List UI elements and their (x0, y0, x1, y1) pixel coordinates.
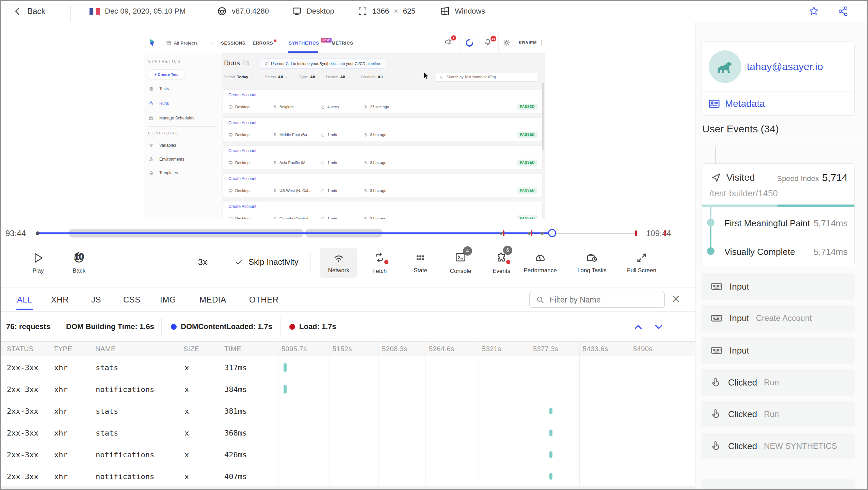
timeline-start-dot (36, 231, 39, 235)
share-button[interactable] (837, 1, 849, 22)
timer-icon (321, 161, 325, 165)
resolution-times: × (394, 7, 398, 16)
run-title-link: Create Account (228, 201, 256, 212)
app-search-input (446, 75, 535, 79)
chevron-left-icon (13, 6, 22, 16)
network-request-row[interactable]: 2xx-3xxxhrstatsx381ms (1, 401, 695, 421)
project-selector-label: All Projects (174, 40, 198, 46)
speed-index-value: 5,714 (822, 172, 848, 183)
horizontal-scrollbar[interactable] (1, 486, 695, 490)
close-panel-button[interactable]: × (672, 291, 680, 307)
network-tab-other[interactable]: OTHER (249, 288, 279, 311)
clipboard-icon (149, 86, 154, 91)
chevron-down-icon (250, 76, 253, 79)
network-request-row[interactable]: 2xx-3xxxhrnotificationsx407ms (1, 467, 695, 486)
calendar-icon (149, 116, 154, 120)
event-input[interactable]: InputCreate Account (702, 305, 855, 331)
panel-button-console[interactable]: 4 Console (442, 248, 479, 278)
event-clicked[interactable]: ClickedRun (702, 401, 855, 427)
gauge-icon (534, 252, 546, 264)
play-icon (32, 251, 45, 264)
notifications-badge: 33 (491, 36, 496, 42)
panel-button-events[interactable]: 6 Events (483, 248, 520, 278)
clock-icon (363, 133, 368, 137)
panel-button-fetch[interactable]: Fetch (361, 248, 398, 278)
panel-button-network[interactable]: Network (320, 248, 357, 278)
event-input[interactable]: Input (702, 273, 855, 300)
visited-event-card[interactable]: Visited Speed Index 5,714 /test-builder/… (702, 163, 855, 266)
back-10s-button[interactable]: Back (60, 248, 98, 278)
network-request-row[interactable]: 2xx-3xxxhrstatsx368ms (1, 423, 695, 443)
event-clicked[interactable]: ClickedNEW SYNTHETICS (702, 433, 855, 459)
monitor-icon (228, 133, 233, 137)
col-time: TIME (224, 342, 241, 356)
event-partial[interactable] (702, 479, 855, 490)
fullscreen-button[interactable]: Full Screen (623, 248, 660, 278)
app-scrollbar (542, 82, 544, 150)
event-connector (715, 147, 716, 163)
network-tab-media[interactable]: MEDIA (199, 288, 226, 311)
play-button[interactable]: Play (19, 248, 57, 278)
monitor-icon (228, 216, 233, 219)
replayed-app-screenshot: All Projects SESSIONS ERRORS SYNTHETICS … (144, 33, 545, 219)
network-request-row[interactable]: 2xx-3xxxhrnotificationsx384ms (1, 379, 695, 399)
app-user-menu: KRAIEM (519, 33, 537, 53)
network-tab-js[interactable]: JS (91, 288, 101, 311)
recorded-cursor-icon (422, 71, 431, 80)
back-button[interactable]: Back (13, 1, 45, 22)
share-icon (837, 5, 849, 17)
event-input[interactable]: Input (702, 337, 855, 364)
app-tab-synthetics: SYNTHETICS NEW (289, 33, 332, 53)
network-request-row[interactable]: 2xx-3xxxhrnotificationsx426ms (1, 445, 695, 464)
user-card: tahay@asayer.io Metadata (702, 42, 855, 116)
browser-icon (217, 6, 227, 16)
chevron-down-icon (385, 76, 388, 79)
rewind-10-icon (73, 251, 85, 264)
gear-icon (502, 38, 511, 47)
panel-button-state[interactable]: State (402, 248, 439, 278)
player-controls: Play Back 3x Skip Inactivity Network Fet… (1, 245, 695, 280)
network-filter-box[interactable] (529, 292, 665, 308)
skip-inactivity-toggle[interactable]: Skip Inactivity (235, 257, 299, 267)
network-request-row[interactable]: 2xx-3xxxhrstatsx317ms (1, 358, 695, 377)
alert-dot (384, 260, 388, 264)
app-sidebar-item-schedules: Manage Schedules (149, 116, 194, 120)
network-tab-all[interactable]: ALL (17, 288, 32, 311)
event-clicked[interactable]: ClickedRun (702, 369, 855, 396)
panel-button-performance[interactable]: Performance (521, 248, 559, 278)
network-tab-xhr[interactable]: XHR (51, 288, 69, 311)
user-email-link[interactable]: tahay@asayer.io (747, 61, 823, 72)
favorite-button[interactable] (808, 1, 820, 22)
cubes-icon (149, 143, 154, 148)
timeline-progress (37, 232, 552, 234)
jump-next-button[interactable] (653, 321, 664, 334)
network-tab-css[interactable]: CSS (123, 288, 141, 311)
network-stats-row: 76: requests DOM Building Time: 1.6s DOM… (1, 311, 695, 342)
status-badge: PASSED (517, 215, 537, 219)
network-filter-input[interactable] (549, 295, 653, 305)
playhead[interactable] (548, 229, 556, 237)
app-sidebar-item-tests: Tests (149, 86, 169, 91)
active-tab-underline (16, 309, 33, 310)
visited-url: /test-builder/1450 (709, 188, 778, 199)
notifications-button: 33 (483, 38, 494, 49)
metadata-button[interactable]: Metadata (708, 98, 765, 110)
monitor-icon (292, 6, 302, 16)
session-info-sidebar: tahay@asayer.io Metadata User Events (34… (695, 22, 868, 490)
col-t3: 5264.6s (429, 342, 454, 356)
alert-dot (506, 260, 510, 264)
navigate-icon (710, 172, 722, 183)
speed-toggle[interactable]: 3x (198, 257, 207, 267)
dom-building-time: DOM Building Time: 1.6s (66, 312, 154, 342)
jump-prev-button[interactable] (632, 321, 644, 334)
replay-stage: All Projects SESSIONS ERRORS SYNTHETICS … (1, 22, 695, 221)
console-count-badge: 4 (463, 246, 472, 256)
timeline-end-label: 109:44 (646, 229, 671, 238)
run-card: Create Account Desktop Canada (Central..… (223, 201, 542, 219)
session-date: Dec 09, 2020, 05:10 PM (89, 1, 186, 22)
network-tab-img[interactable]: IMG (160, 288, 176, 311)
filter-type: TypeAll (300, 75, 320, 79)
panel-button-long-tasks[interactable]: Long Tasks (573, 248, 611, 278)
col-t5: 5377.3s (533, 342, 559, 356)
playback-timeline[interactable]: 93:44 109:44 (1, 221, 695, 245)
